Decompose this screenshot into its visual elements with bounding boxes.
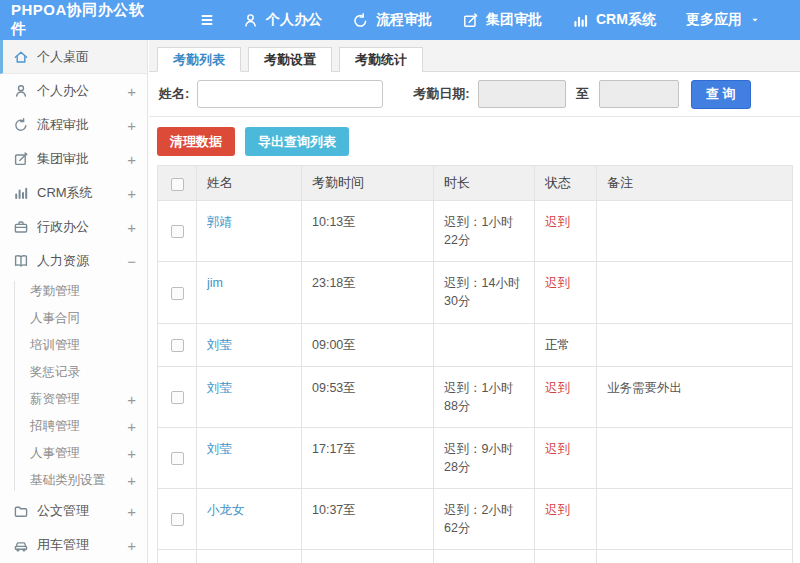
nav-item-1[interactable]: 流程审批 — [352, 11, 432, 29]
sidebar-item-7[interactable]: 公文管理+ — [0, 494, 147, 528]
row-checkbox[interactable] — [171, 225, 184, 238]
time-cell: 09:53至 — [302, 366, 434, 427]
attendance-name-link[interactable]: 郭靖 — [207, 215, 232, 229]
table-row: 刘莹09:53至迟到：1小时88分迟到业务需要外出 — [158, 366, 793, 427]
attendance-name-link[interactable]: 刘莹 — [207, 442, 232, 456]
search-button[interactable]: 查 询 — [691, 80, 751, 109]
sidebar-subitem-6-6[interactable]: 人事管理+ — [0, 440, 147, 467]
sidebar-subitem-6-0[interactable]: 考勤管理 — [0, 278, 147, 305]
row-checkbox[interactable] — [171, 287, 184, 300]
sidebar-item-5[interactable]: 行政办公+ — [0, 210, 147, 244]
sidebar-item-8[interactable]: 用车管理+ — [0, 528, 147, 562]
sidebar-subitem-6-7[interactable]: 基础类别设置+ — [0, 467, 147, 494]
sidebar-item-label: 集团审批 — [37, 150, 124, 168]
row-checkbox[interactable] — [171, 391, 184, 404]
sidebar-item-2[interactable]: 流程审批+ — [0, 108, 147, 142]
sidebar-subitem-6-2[interactable]: 培训管理 — [0, 332, 147, 359]
date-to-label: 至 — [576, 85, 589, 103]
sidebar-subitem-label: 人事合同 — [30, 310, 139, 327]
name-cell: 刘莹 — [197, 366, 302, 427]
nav-item-0[interactable]: 个人办公 — [242, 11, 322, 29]
sidebar-subitem-6-1[interactable]: 人事合同 — [0, 305, 147, 332]
duration-cell — [434, 323, 535, 366]
duration-cell: 迟到：1小时22分 — [434, 201, 535, 262]
tab-attendance-settings[interactable]: 考勤设置 — [248, 47, 332, 72]
note-cell — [597, 489, 793, 550]
nav-item-2[interactable]: 集团审批 — [462, 11, 542, 29]
select-all-checkbox[interactable] — [171, 178, 184, 191]
sidebar-subitem-6-5[interactable]: 招聘管理+ — [0, 413, 147, 440]
sidebar-subitem-6-3[interactable]: 奖惩记录 — [0, 359, 147, 386]
tab-attendance-list[interactable]: 考勤列表 — [157, 47, 241, 72]
sidebar-subitem-6-4[interactable]: 薪资管理+ — [0, 386, 147, 413]
expand-toggle-icon: + — [124, 83, 139, 100]
status-cell: 迟到 — [535, 489, 597, 550]
row-checkbox[interactable] — [171, 339, 184, 352]
attendance-name-link[interactable]: 刘莹 — [207, 338, 232, 352]
nav-item-3[interactable]: CRM系统 — [572, 11, 656, 29]
sidebar-subitem-label: 招聘管理 — [30, 418, 124, 435]
sidebar-item-label: 用车管理 — [37, 536, 124, 554]
status-badge: 正常 — [545, 338, 570, 352]
row-select-cell — [158, 262, 197, 323]
sidebar-item-0[interactable]: 个人桌面 — [0, 40, 147, 74]
date-to-input[interactable] — [599, 80, 679, 108]
attendance-name-link[interactable]: 刘莹 — [207, 381, 232, 395]
name-filter-label: 姓名: — [159, 85, 189, 103]
time-cell: 10:54至10:54 — [302, 550, 434, 563]
sidebar-item-label: 人力资源 — [37, 252, 124, 270]
sidebar-item-3[interactable]: 集团审批+ — [0, 142, 147, 176]
menu-icon[interactable] — [198, 11, 216, 29]
nav-item-4[interactable]: 更多应用 — [686, 11, 768, 29]
nav-item-label: 集团审批 — [486, 11, 542, 29]
attendance-name-link[interactable]: 小龙女 — [207, 503, 245, 517]
sidebar-item-label: 个人桌面 — [37, 48, 139, 66]
note-cell: 1111 — [597, 550, 793, 563]
note-cell: 业务需要外出 — [597, 366, 793, 427]
row-checkbox[interactable] — [171, 452, 184, 465]
export-list-button[interactable]: 导出查询列表 — [245, 127, 349, 156]
name-cell: 郭靖 — [197, 201, 302, 262]
row-select-cell — [158, 323, 197, 366]
status-cell: 正常 — [535, 323, 597, 366]
sidebar-item-4[interactable]: CRM系统+ — [0, 176, 147, 210]
edit-icon — [13, 151, 29, 167]
table-header-row: 姓名考勤时间时长状态备注 — [158, 166, 793, 201]
expand-toggle-icon: + — [124, 472, 139, 489]
expand-toggle-icon: + — [124, 445, 139, 462]
table-row: 刘莹17:17至迟到：9小时28分迟到 — [158, 427, 793, 488]
clean-data-button[interactable]: 清理数据 — [157, 127, 235, 156]
row-select-cell — [158, 427, 197, 488]
status-cell: 迟到 — [535, 201, 597, 262]
expand-toggle-icon: − — [124, 253, 139, 270]
attendance-name-link[interactable]: jim — [207, 276, 223, 290]
sidebar-subitem-label: 基础类别设置 — [30, 472, 124, 489]
sidebar-subitem-label: 奖惩记录 — [30, 364, 139, 381]
name-filter-input[interactable] — [197, 80, 383, 108]
sidebar-item-6[interactable]: 人力资源− — [0, 244, 147, 278]
sidebar-item-1[interactable]: 个人办公+ — [0, 74, 147, 108]
expand-toggle-icon: + — [124, 117, 139, 134]
name-cell: 管理员 — [197, 550, 302, 563]
status-cell: 迟到 — [535, 366, 597, 427]
name-cell: 刘莹 — [197, 427, 302, 488]
duration-cell: 迟到：9小时28分 — [434, 427, 535, 488]
chart-icon — [572, 12, 589, 29]
home-icon — [13, 49, 29, 65]
column-header-3: 状态 — [535, 166, 597, 201]
table-row: 郭靖10:13至迟到：1小时22分迟到 — [158, 201, 793, 262]
process-icon — [13, 117, 29, 133]
tab-attendance-stats[interactable]: 考勤统计 — [339, 47, 423, 72]
expand-toggle-icon: + — [124, 537, 139, 554]
row-checkbox[interactable] — [171, 513, 184, 526]
name-cell: 刘莹 — [197, 323, 302, 366]
date-from-input[interactable] — [478, 80, 566, 108]
name-cell: jim — [197, 262, 302, 323]
caret-down-icon — [749, 14, 761, 26]
status-badge: 迟到 — [545, 381, 570, 395]
date-filter-label: 考勤日期: — [413, 85, 469, 103]
name-cell: 小龙女 — [197, 489, 302, 550]
sidebar-item-label: CRM系统 — [37, 184, 124, 202]
time-cell: 10:13至 — [302, 201, 434, 262]
status-cell: 迟到 — [535, 427, 597, 488]
